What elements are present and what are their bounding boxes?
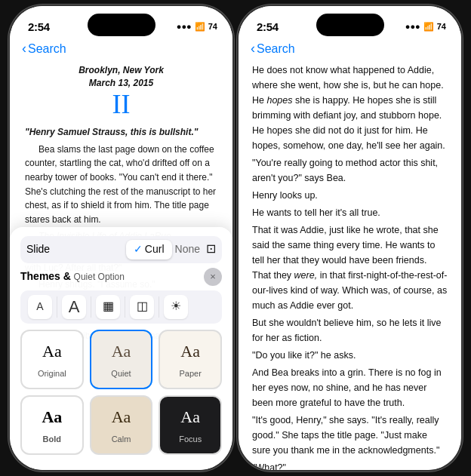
paragraph-r: "What?" xyxy=(252,460,448,470)
themes-panel: Slide ✓Curl None ⊡ Themes & Quiet Option xyxy=(10,227,232,470)
font-style-button[interactable]: ▦ xyxy=(96,295,120,319)
theme-focus[interactable]: Aa Focus xyxy=(159,395,222,455)
divider xyxy=(159,296,159,318)
back-chevron-icon: ‹ xyxy=(22,41,26,57)
divider xyxy=(91,296,91,318)
chapter-number: II xyxy=(25,90,217,120)
scroll-right-icon: ⊡ xyxy=(206,240,216,259)
dynamic-island xyxy=(88,14,155,36)
theme-paper[interactable]: Aa Paper xyxy=(159,330,222,389)
left-phone: 2:54 ●●● 📶 74 ‹ Search Bro xyxy=(10,6,232,470)
scroll-option-none[interactable]: None xyxy=(175,241,200,258)
divider xyxy=(57,296,57,318)
book-content-left: Brooklyn, New YorkMarch 13, 2015 II "Hen… xyxy=(10,60,232,470)
divider xyxy=(125,296,125,318)
status-icons-left: ●●● 📶 74 xyxy=(177,22,217,32)
scroll-option-slide[interactable]: Slide xyxy=(26,241,126,258)
nav-bar-left: ‹ Search xyxy=(10,39,232,60)
signal-icon: ●●● xyxy=(177,22,192,31)
book-header: Brooklyn, New YorkMarch 13, 2015 II xyxy=(25,64,217,119)
right-phone: 2:54 ●●● 📶 74 ‹ Search He xyxy=(239,6,461,470)
paragraph-r: That it was Addie, just like he wrote, t… xyxy=(252,223,448,313)
paragraph-r: "You're really going to method actor thi… xyxy=(252,155,448,186)
app-container: 2:54 ●●● 📶 74 ‹ Search Bro xyxy=(0,0,471,476)
book-location: Brooklyn, New YorkMarch 13, 2015 xyxy=(25,64,217,90)
theme-quiet[interactable]: Aa Quiet xyxy=(90,330,153,389)
battery-icon: 74 xyxy=(208,22,217,31)
theme-calm[interactable]: Aa Calm xyxy=(90,395,153,455)
font-controls-row: A A ▦ ◫ ☀ xyxy=(20,290,222,324)
quiet-option-label: Quiet Option xyxy=(74,272,125,282)
font-decrease-button[interactable]: A xyxy=(28,295,52,319)
paragraph-r: He wants to tell her it's all true. xyxy=(252,205,448,220)
theme-original[interactable]: Aa Original xyxy=(20,330,84,389)
status-icons-right: ●●● 📶 74 xyxy=(405,22,446,32)
scroll-style-row: Slide ✓Curl None ⊡ xyxy=(20,236,222,263)
signal-icon-right: ●●● xyxy=(405,22,420,31)
close-button[interactable]: × xyxy=(204,268,222,286)
book-content-right: He does not know what happened to Addie,… xyxy=(239,60,461,470)
theme-name-paper: Paper xyxy=(179,367,201,380)
paragraph-r: Henry looks up. xyxy=(252,188,448,203)
nav-bar-right: ‹ Search xyxy=(239,39,461,60)
themes-section-label: Themes & Quiet Option xyxy=(20,269,125,285)
brightness-button[interactable]: ☀ xyxy=(164,295,188,319)
theme-name-bold: Bold xyxy=(43,433,61,446)
back-chevron-icon-right: ‹ xyxy=(251,41,255,57)
font-layout-button[interactable]: ◫ xyxy=(130,295,154,319)
theme-grid: Aa Original Aa Quiet Aa Paper Aa xyxy=(20,330,222,455)
wifi-icon: 📶 xyxy=(195,22,205,32)
theme-bold[interactable]: Aa Bold xyxy=(20,395,84,455)
themes-label: Themes & xyxy=(20,270,71,282)
font-increase-button[interactable]: A xyxy=(62,295,86,319)
paragraph-r: He does not know what happened to Addie,… xyxy=(252,63,448,153)
back-button-left[interactable]: ‹ Search xyxy=(22,41,220,57)
theme-name-quiet: Quiet xyxy=(111,367,131,380)
dynamic-island-right xyxy=(316,14,384,36)
wifi-icon-right: 📶 xyxy=(423,22,434,32)
time-left: 2:54 xyxy=(28,20,50,33)
paragraph: "Henry Samuel Strauss, this is bullshit.… xyxy=(25,125,217,140)
paragraph-r: But she wouldn't believe him, so he lets… xyxy=(252,315,448,345)
back-label-right: Search xyxy=(257,42,295,56)
paragraph: Bea slams the last page down on the coff… xyxy=(25,143,217,227)
theme-name-original: Original xyxy=(38,367,66,380)
scroll-option-curl[interactable]: ✓Curl xyxy=(126,240,172,259)
paragraph-r: And Bea breaks into a grin. There is no … xyxy=(252,365,448,410)
time-right: 2:54 xyxy=(257,20,279,33)
book-text-right: He does not know what happened to Addie,… xyxy=(252,63,448,470)
theme-name-focus: Focus xyxy=(179,433,202,446)
paragraph-r: "It's good, Henry," she says. "It's real… xyxy=(252,413,448,458)
battery-icon-right: 74 xyxy=(437,22,446,31)
theme-name-calm: Calm xyxy=(112,433,131,446)
themes-header: Themes & Quiet Option × xyxy=(20,268,222,286)
paragraph-r: "Do you like it?" he asks. xyxy=(252,348,448,363)
back-label-left: Search xyxy=(28,42,66,56)
back-button-right[interactable]: ‹ Search xyxy=(251,41,449,57)
